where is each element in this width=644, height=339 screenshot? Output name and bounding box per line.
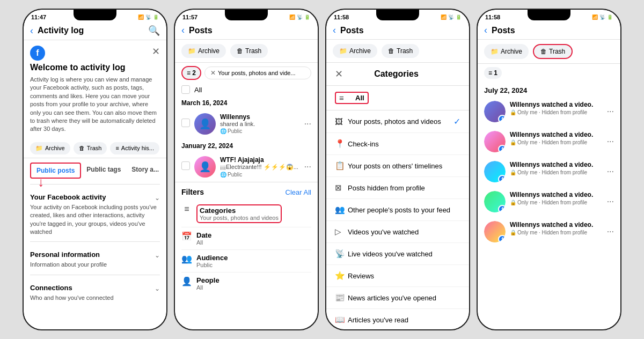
archive-icon-1: 📁 — [35, 145, 43, 152]
lock-icon-1: 🔒 — [510, 109, 516, 115]
cat-tab-public-tags[interactable]: Public tags — [81, 163, 126, 179]
post-checkbox-2[interactable] — [181, 161, 190, 170]
select-all-checkbox[interactable] — [181, 85, 190, 94]
archive-button-2[interactable]: 📁 Archive — [181, 44, 226, 58]
filter-item-date[interactable]: 📅 Date All — [181, 227, 311, 250]
nav-title-1: Activity log — [38, 26, 144, 35]
back-button-1[interactable]: ‹ — [30, 25, 33, 36]
welcome-title: Welcome to activity log — [24, 63, 166, 76]
cat-tab-story[interactable]: Story a... — [126, 163, 164, 179]
trash-button-2[interactable]: 🗑 Trash — [230, 44, 268, 58]
cat-posts-icon: 🖼 — [335, 117, 348, 126]
post-user-1: Willennys — [220, 113, 300, 121]
cat-videos-icon: ▷ — [335, 227, 348, 237]
filter-categories-name: Categories — [200, 207, 279, 215]
category-item-live-videos[interactable]: 📡 Live videos you've watched — [326, 243, 469, 265]
category-item-posts-photos[interactable]: 🖼 Your posts, photos and videos ✓ — [326, 110, 469, 133]
status-time-2: 11:57 — [182, 14, 197, 20]
clear-all-button[interactable]: Clear All — [286, 188, 311, 196]
filter-audience-name: Audience — [196, 254, 311, 262]
back-button-2[interactable]: ‹ — [181, 25, 185, 36]
phone-2: 11:57 📶 📡 🔋 ‹ Posts 📁 Archive — [174, 9, 319, 330]
trash-avatar-1: f — [484, 101, 506, 122]
wifi-icon-2: 📡 — [297, 14, 303, 20]
trash-avatar-2: f — [484, 131, 506, 152]
post-user-2: WTF! Ajajajaja — [220, 156, 300, 164]
trash-filter-badge[interactable]: ≡ 1 — [484, 67, 502, 79]
more-button-trash-5[interactable]: ··· — [607, 227, 614, 237]
filter-people-icon: 👤 — [181, 276, 192, 286]
filter-item-audience[interactable]: 👥 Audience Public — [181, 250, 311, 272]
cat-reviews-icon: ⭐ — [335, 271, 348, 281]
cat-articles-icon: 📖 — [335, 315, 348, 325]
globe-icon-1: 🌐 — [220, 128, 226, 134]
category-item-others-timelines[interactable]: 📋 Your posts on others' timelines — [326, 155, 469, 177]
trash-button-4-active[interactable]: 🗑 Trash — [533, 44, 573, 59]
category-item-checkins[interactable]: 📍 Check-ins — [326, 133, 469, 155]
filter-categories-icon: ≡ — [181, 204, 192, 214]
nav-title-3: Posts — [340, 26, 463, 35]
archive-icon-2: 📁 — [188, 47, 196, 55]
post-item-1: 👤 Willennys shared a link. 🌐 Public ··· — [175, 109, 318, 139]
category-item-all[interactable]: ≡ All — [326, 86, 469, 110]
filter-item-categories[interactable]: ≡ Categories Your posts, photos and vide… — [181, 201, 311, 227]
nav-title-4: Posts — [492, 26, 614, 35]
tab-archive-1[interactable]: 📁 Archive — [30, 142, 70, 154]
trash-post-item-5: f Willennys watched a video. 🔒 Only me ·… — [478, 217, 620, 247]
more-button-trash-2[interactable]: ··· — [607, 137, 614, 146]
post-avatar-1: 👤 — [194, 113, 216, 135]
tab-history-1[interactable]: ≡ Activity his... — [110, 142, 159, 154]
battery-icon-3: 🔋 — [456, 14, 462, 20]
more-button-trash-1[interactable]: ··· — [607, 107, 614, 116]
trash-post-item-3: f Willennys watched a video. 🔒 Only me ·… — [478, 157, 620, 187]
trash-post-item-2: f Willennys watched a video. 🔒 Only me ·… — [478, 127, 620, 157]
category-item-reviews[interactable]: ⭐ Reviews — [326, 265, 469, 287]
category-item-videos[interactable]: ▷ Videos you've watched — [326, 221, 469, 243]
more-button-1[interactable]: ··· — [304, 119, 311, 129]
more-button-2[interactable]: ··· — [304, 162, 311, 172]
status-time-1: 11:47 — [31, 14, 46, 20]
tab-trash-1[interactable]: 🗑 Trash — [74, 142, 107, 154]
cat-checkin-icon: 📍 — [335, 139, 348, 149]
post-checkbox-1[interactable] — [181, 119, 190, 127]
trash-post-user-2: Willennys watched a video. — [510, 131, 603, 138]
category-item-hidden[interactable]: ⊠ Posts hidden from profile — [326, 177, 469, 199]
archive-button-3[interactable]: 📁 Archive — [333, 44, 377, 58]
back-button-4[interactable]: ‹ — [484, 25, 487, 36]
categories-close-button[interactable]: ✕ — [335, 68, 343, 80]
post-avatar-2: 👤 — [194, 156, 216, 178]
lock-icon-2: 🔒 — [510, 139, 516, 145]
filter-close-icon[interactable]: ✕ — [210, 69, 216, 77]
back-button-3[interactable]: ‹ — [333, 25, 336, 36]
trash-button-3[interactable]: 🗑 Trash — [382, 44, 419, 58]
status-time-3: 11:58 — [334, 14, 349, 20]
filter-item-people[interactable]: 👤 People All — [181, 272, 311, 294]
filter-tag-2: ✕ Your posts, photos and vide... — [204, 67, 311, 79]
more-button-trash-4[interactable]: ··· — [607, 197, 614, 207]
lock-icon-5: 🔒 — [510, 230, 516, 235]
phone-1: 11:47 📶 📡 🔋 ‹ Activity log 🔍 f ✕ Welcome… — [23, 9, 167, 330]
search-icon-1[interactable]: 🔍 — [148, 25, 160, 36]
signal-icon-1: 📶 — [138, 14, 144, 20]
more-button-trash-3[interactable]: ··· — [607, 167, 614, 176]
trash-avatar-3: f — [484, 161, 506, 182]
category-item-others-feed[interactable]: 👥 Other people's posts to your feed — [326, 199, 469, 221]
category-item-articles[interactable]: 📖 Articles you've read — [326, 309, 469, 329]
filter-badge-2[interactable]: ≡ 2 — [181, 66, 201, 80]
trash-icon-1: 🗑 — [79, 145, 85, 151]
section3-title: Connections — [30, 284, 72, 292]
nav-title-2: Posts — [189, 26, 311, 35]
trash-icon-2: 🗑 — [237, 47, 243, 55]
signal-icon-2: 📶 — [289, 14, 295, 20]
battery-icon-4: 🔋 — [607, 14, 613, 20]
category-item-news[interactable]: 📰 News articles you've opened — [326, 287, 469, 309]
cat-news-icon: 📰 — [335, 293, 348, 303]
close-button-1[interactable]: ✕ — [152, 46, 160, 57]
post-date-2: January 22, 2024 — [175, 139, 318, 152]
filter-categories-value: Your posts, photos and videos — [200, 215, 279, 221]
filter-people-name: People — [196, 276, 311, 284]
archive-icon-3: 📁 — [339, 47, 347, 55]
archive-button-4[interactable]: 📁 Archive — [484, 44, 529, 59]
filter-date-name: Date — [196, 231, 311, 239]
globe-icon-2: 🌐 — [220, 172, 226, 178]
